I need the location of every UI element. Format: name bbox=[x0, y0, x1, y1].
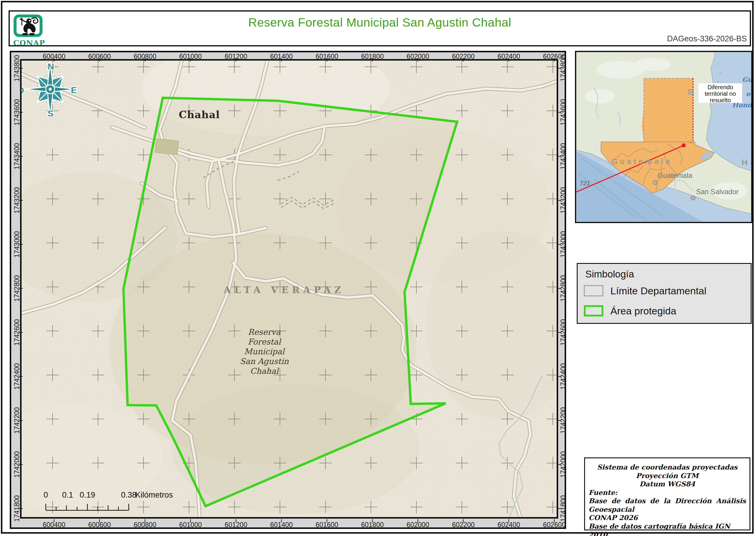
grid-tick bbox=[19, 332, 23, 333]
inset-map: Guatemala Guatemala San Salvador Ho B Gu… bbox=[575, 51, 752, 223]
scale-bar-value: 0.38 bbox=[121, 490, 137, 499]
scale-bar-value: 0.1 bbox=[62, 490, 73, 499]
document-code: DAGeos-336-2026-BS bbox=[667, 34, 747, 44]
grid-tick bbox=[19, 244, 23, 245]
grid-tick bbox=[509, 58, 509, 61]
protected-area-swatch bbox=[584, 305, 603, 317]
grid-tick bbox=[19, 200, 23, 201]
grid-tick bbox=[557, 112, 561, 113]
grid-tick bbox=[54, 58, 54, 61]
grid-tick bbox=[19, 464, 23, 465]
guatemala-peten bbox=[642, 78, 693, 142]
gulf-label-fragment: Gu bbox=[742, 76, 752, 83]
svg-text:Reserva: Reserva bbox=[248, 327, 281, 337]
svg-text:San Agustin: San Agustin bbox=[240, 357, 289, 366]
grid-tick bbox=[418, 519, 418, 522]
town-label: Chahal bbox=[179, 109, 220, 120]
grid-tick bbox=[557, 420, 561, 421]
grid-tick bbox=[418, 58, 418, 61]
inset-city-label: San Salvador bbox=[696, 187, 739, 196]
grid-tick bbox=[557, 244, 561, 245]
grid-tick bbox=[19, 420, 23, 421]
legend-item-protected-area: Área protegida bbox=[584, 304, 676, 318]
grid-tick bbox=[509, 519, 509, 522]
credits-line: Datum WGS84 bbox=[588, 480, 746, 488]
grid-tick bbox=[19, 112, 23, 113]
grid-tick bbox=[557, 200, 561, 201]
header: CONAP Reserva Forestal Municipal San Agu… bbox=[9, 10, 751, 47]
credits-line: CONAP 2026 bbox=[588, 514, 746, 522]
map-canvas: N S E O Chahal ALTA VERAPAZ Reserva Fore… bbox=[20, 59, 558, 519]
territorial-dispute-callout: Diferendo territorial no resuelto bbox=[698, 83, 742, 103]
grid-tick bbox=[19, 156, 23, 156]
grid-tick bbox=[236, 58, 236, 61]
grid-tick bbox=[19, 68, 23, 69]
credits-line: Proyección GTM bbox=[588, 472, 746, 480]
grid-tick bbox=[99, 519, 100, 522]
map-frame: N S E O Chahal ALTA VERAPAZ Reserva Fore… bbox=[10, 51, 566, 529]
grid-tick bbox=[554, 519, 554, 522]
grid-tick bbox=[554, 58, 554, 61]
grid-tick bbox=[145, 58, 145, 61]
conap-monkey-icon bbox=[14, 15, 43, 37]
grid-tick bbox=[557, 288, 561, 289]
grid-tick bbox=[557, 508, 561, 509]
scale-bar-unit: Kilómetros bbox=[135, 490, 173, 499]
inset-honduras-label: Ho bbox=[741, 158, 752, 167]
compass-e-label: E bbox=[71, 85, 77, 95]
grid-tick bbox=[54, 519, 54, 522]
capital-dot bbox=[653, 181, 657, 185]
grid-tick bbox=[463, 519, 464, 522]
grid-tick bbox=[190, 58, 191, 61]
grid-tick bbox=[327, 58, 327, 61]
grid-tick bbox=[19, 508, 23, 509]
credits-line: Sistema de coordenadas proyectadas bbox=[588, 463, 746, 472]
conap-logo: CONAP bbox=[13, 15, 43, 47]
legend-item-departmental: Límite Departamental bbox=[584, 284, 707, 298]
grid-tick bbox=[557, 156, 561, 156]
grid-tick bbox=[557, 376, 561, 377]
credits-line: Fuente: bbox=[588, 488, 746, 497]
scale-bar-value: 0.19 bbox=[80, 490, 95, 499]
compass-o-label: O bbox=[21, 85, 24, 95]
grid-tick bbox=[281, 519, 282, 522]
legend: Simbología Límite Departamental Área pro… bbox=[577, 263, 752, 324]
grid-tick bbox=[557, 332, 561, 333]
inset-belize-label: B bbox=[688, 87, 694, 97]
credits-line: Base de datos de la Dirección Análisis G… bbox=[588, 497, 746, 514]
grid-tick bbox=[190, 519, 191, 522]
department-label: ALTA VERAPAZ bbox=[224, 285, 345, 295]
grid-tick bbox=[19, 376, 23, 377]
grid-tick bbox=[463, 58, 464, 61]
scale-bar-value: 0 bbox=[44, 490, 48, 499]
grid-tick bbox=[327, 519, 327, 522]
grid-tick bbox=[372, 519, 373, 522]
san-salvador-dot bbox=[691, 196, 695, 200]
grid-tick bbox=[145, 519, 145, 522]
credits-line: Base de datos cartografía básica IGN 201… bbox=[588, 522, 746, 536]
gulf-label-fragment: o bbox=[746, 90, 750, 97]
grid-tick bbox=[236, 519, 236, 522]
grid-tick bbox=[99, 58, 100, 61]
svg-text:Municipal: Municipal bbox=[244, 347, 285, 356]
svg-text:Forestal: Forestal bbox=[248, 337, 281, 346]
page-title: Reserva Forestal Municipal San Agustin C… bbox=[248, 16, 512, 30]
svg-text:Chahal: Chahal bbox=[250, 366, 279, 376]
road-number-label: 721 bbox=[580, 180, 590, 187]
legend-title: Simbología bbox=[585, 269, 634, 280]
credits-box: Sistema de coordenadas proyectadasProyec… bbox=[584, 457, 750, 530]
departmental-boundary-swatch bbox=[584, 285, 603, 296]
compass-n-label: N bbox=[47, 61, 54, 71]
compass-s-label: S bbox=[47, 109, 53, 118]
town-block bbox=[155, 139, 179, 155]
compass-rose-icon: N S E O bbox=[21, 61, 77, 118]
annotation-dot bbox=[681, 143, 686, 148]
grid-tick bbox=[19, 288, 23, 289]
grid-tick bbox=[281, 58, 282, 61]
grid-tick bbox=[557, 464, 561, 465]
inset-country-label: Guatemala bbox=[612, 157, 672, 166]
inset-capital-label: Guatemala bbox=[658, 171, 692, 180]
conap-logo-text: CONAP bbox=[13, 39, 43, 47]
grid-tick bbox=[557, 68, 561, 69]
grid-tick bbox=[372, 58, 373, 61]
